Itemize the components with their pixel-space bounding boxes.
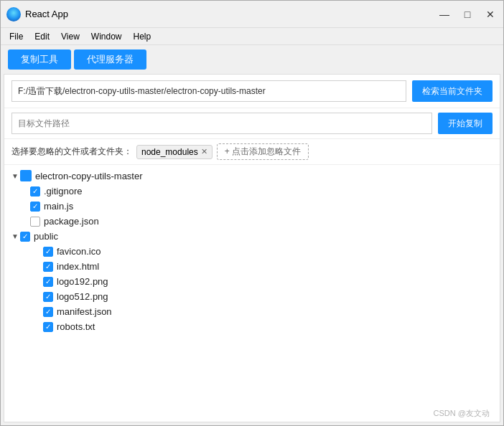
tree-item-logo512: logo512.png — [4, 289, 500, 304]
tab-copy-tool[interactable]: 复制工具 — [8, 49, 71, 70]
add-ignore-button[interactable]: + 点击添加忽略文件 — [217, 143, 309, 160]
app-title: React App — [25, 9, 437, 19]
file-name-packagejson: package.json — [44, 216, 99, 227]
checkbox-logo192[interactable] — [43, 277, 53, 287]
toolbar: 复制工具 代理服务器 — [1, 45, 503, 74]
app-window: React App — □ ✕ File Edit View Window He… — [0, 0, 504, 426]
tree-item-root: ▼ electron-copy-utils-master — [4, 168, 500, 184]
folder-name-public: public — [34, 231, 58, 242]
menu-help[interactable]: Help — [128, 30, 157, 43]
ignore-label: 选择要忽略的文件或者文件夹： — [11, 146, 132, 158]
file-name-gitignore: .gitignore — [44, 186, 82, 197]
tree-item-favicon: favicon.ico — [4, 244, 500, 259]
tree-item-gitignore: .gitignore — [4, 184, 500, 199]
menu-edit[interactable]: Edit — [29, 30, 55, 43]
target-path-input[interactable] — [11, 113, 432, 134]
folder-icon-root — [20, 170, 32, 181]
minimize-button[interactable]: — — [437, 7, 452, 22]
root-folder-name: electron-copy-utils-master — [35, 171, 143, 181]
menu-window[interactable]: Window — [85, 30, 128, 43]
path-row: 检索当前文件夹 — [4, 75, 500, 108]
app-icon — [6, 7, 21, 22]
chevron-root[interactable]: ▼ — [10, 171, 20, 181]
checkbox-gitignore[interactable] — [30, 186, 40, 197]
file-name-logo192: logo192.png — [57, 276, 108, 287]
start-copy-button[interactable]: 开始复制 — [438, 113, 493, 134]
checkbox-favicon[interactable] — [43, 247, 53, 257]
watermark: CSDN @友文动 — [434, 408, 490, 419]
window-controls: — □ ✕ — [437, 7, 498, 22]
file-name-indexhtml: index.html — [57, 261, 99, 272]
tree-item-public: ▼ public — [4, 229, 500, 244]
file-name-logo512: logo512.png — [57, 291, 108, 302]
tree-item-packagejson: package.json — [4, 214, 500, 229]
file-name-favicon: favicon.ico — [57, 246, 101, 257]
close-button[interactable]: ✕ — [483, 7, 498, 22]
tree-item-mainjs: main.js — [4, 199, 500, 214]
checkbox-manifestjson[interactable] — [43, 307, 53, 317]
file-name-mainjs: main.js — [44, 201, 73, 212]
checkbox-logo512[interactable] — [43, 292, 53, 302]
file-name-manifestjson: manifest.json — [57, 306, 112, 317]
tree-item-manifestjson: manifest.json — [4, 304, 500, 319]
menu-bar: File Edit View Window Help — [1, 28, 503, 45]
remove-ignore-tag-button[interactable]: ✕ — [201, 147, 207, 156]
tree-item-robotstxt: robots.txt — [4, 319, 500, 334]
file-name-robotstxt: robots.txt — [57, 321, 95, 332]
main-content: 检索当前文件夹 开始复制 选择要忽略的文件或者文件夹： node_modules… — [4, 74, 500, 422]
chevron-public[interactable]: ▼ — [10, 232, 20, 242]
checkbox-mainjs[interactable] — [30, 202, 40, 212]
maximize-button[interactable]: □ — [460, 7, 475, 22]
search-folder-button[interactable]: 检索当前文件夹 — [412, 80, 493, 102]
checkbox-indexhtml[interactable] — [43, 262, 53, 272]
source-path-input[interactable] — [11, 80, 406, 102]
checkbox-robotstxt[interactable] — [43, 322, 53, 332]
tree-item-logo192: logo192.png — [4, 274, 500, 289]
checkbox-public[interactable] — [20, 232, 30, 242]
checkbox-packagejson[interactable] — [30, 217, 40, 227]
menu-view[interactable]: View — [55, 30, 85, 43]
file-tree: ▼ electron-copy-utils-master .gitignore … — [4, 165, 500, 422]
menu-file[interactable]: File — [4, 30, 29, 43]
tree-item-indexhtml: index.html — [4, 259, 500, 274]
ignore-row: 选择要忽略的文件或者文件夹： node_modules ✕ + 点击添加忽略文件 — [4, 139, 500, 165]
tab-proxy-server[interactable]: 代理服务器 — [74, 49, 146, 70]
ignore-tag-label: node_modules — [141, 147, 198, 157]
title-bar: React App — □ ✕ — [1, 1, 503, 28]
ignore-tag-node-modules: node_modules ✕ — [136, 145, 213, 159]
target-row: 开始复制 — [4, 108, 500, 139]
